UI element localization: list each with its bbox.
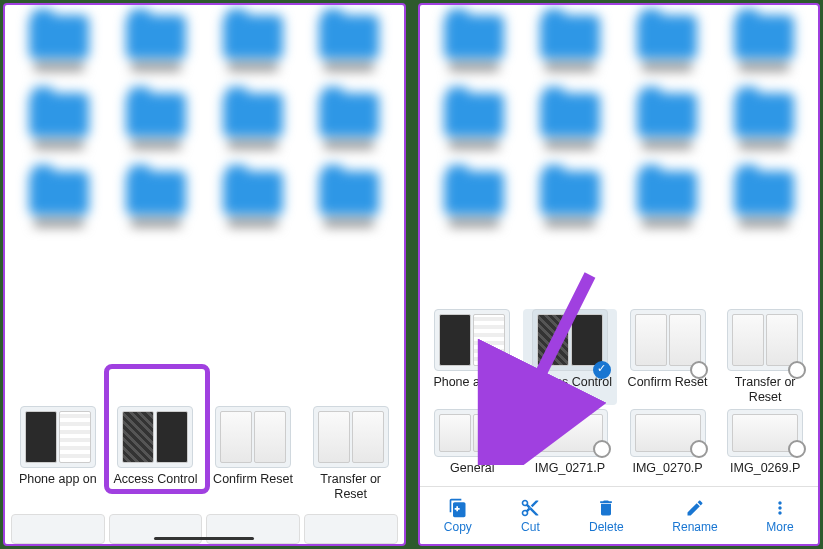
selection-checkbox[interactable] [788,361,806,379]
file-item-img-0270[interactable]: IMG_0270.P [621,409,715,476]
file-label: Access Control [113,472,197,487]
rename-icon [685,498,705,518]
rename-button[interactable]: Rename [672,498,717,534]
cut-icon [520,498,540,518]
bottom-action-bar: Copy Cut Delete Rename More [420,486,819,544]
more-button[interactable]: More [766,498,793,534]
right-phone-screen: Phone app on Access Control Confirm Rese… [418,3,821,546]
copy-icon [448,498,468,518]
file-item-transfer-reset[interactable]: Transfer or Reset [304,406,398,502]
file-label: Transfer or Reset [720,375,810,405]
left-phone-screen: Phone app on Access Control Confirm Rese… [3,3,406,546]
copy-button[interactable]: Copy [444,498,472,534]
action-label: Cut [521,520,540,534]
blurred-folder-background [420,5,819,251]
home-indicator[interactable] [154,537,254,540]
selection-checkbox[interactable] [690,440,708,458]
file-item-access-control[interactable]: Access Control [109,406,203,502]
file-label: Transfer or Reset [306,472,396,502]
file-item-confirm-reset[interactable]: Confirm Reset [206,406,300,502]
file-label: Confirm Reset [213,472,293,487]
file-item-access-control[interactable]: Access Control [523,309,617,405]
delete-button[interactable]: Delete [589,498,624,534]
selection-checkbox[interactable] [495,361,513,379]
file-label: IMG_0269.P [730,461,800,476]
file-label: General [450,461,494,476]
file-grid: Phone app on Access Control Confirm Rese… [5,398,404,512]
cut-button[interactable]: Cut [520,498,540,534]
delete-icon [596,498,616,518]
action-label: Delete [589,520,624,534]
file-label: IMG_0270.P [632,461,702,476]
file-item-img-0269[interactable]: IMG_0269.P [718,409,812,476]
file-item-confirm-reset[interactable]: Confirm Reset [621,309,715,405]
file-item-img-0271[interactable]: IMG_0271.P [523,409,617,476]
selection-checkbox[interactable] [593,440,611,458]
file-item-general[interactable]: General [426,409,520,476]
file-label: Phone app on [19,472,97,487]
file-item-phone-app[interactable]: Phone app on [11,406,105,502]
selection-checkbox[interactable] [495,440,513,458]
selection-checkbox-checked[interactable] [593,361,611,379]
file-item-transfer-reset[interactable]: Transfer or Reset [718,309,812,405]
selection-checkbox[interactable] [788,440,806,458]
action-label: Rename [672,520,717,534]
file-label: IMG_0271.P [535,461,605,476]
blurred-folder-background [5,5,404,251]
action-label: More [766,520,793,534]
file-item-phone-app[interactable]: Phone app on [426,309,520,405]
file-grid-selection-mode: Phone app on Access Control Confirm Rese… [420,301,819,486]
more-icon [770,498,790,518]
action-label: Copy [444,520,472,534]
